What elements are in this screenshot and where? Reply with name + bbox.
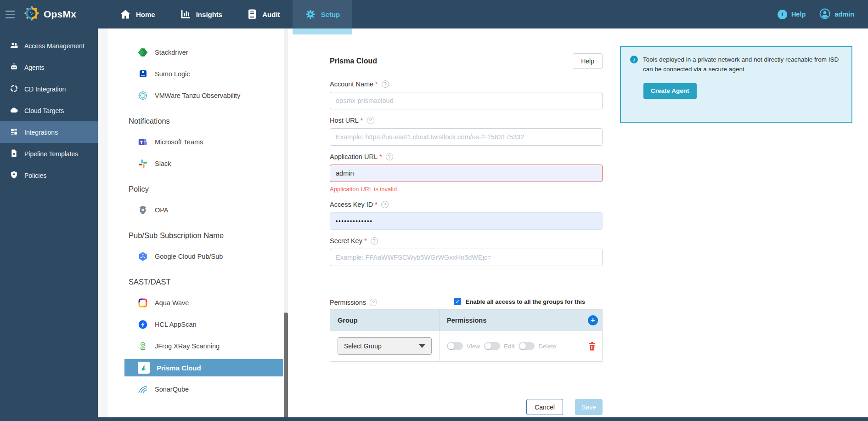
home-icon [120, 9, 131, 20]
secret-key-input[interactable] [330, 249, 603, 266]
required-asterisk: * [375, 201, 378, 208]
required-asterisk: * [361, 117, 363, 124]
integration-label: Stackdriver [155, 49, 188, 56]
panel-scrollbar-thumb[interactable] [284, 313, 288, 419]
opsmx-gear-icon [24, 6, 39, 23]
help-label: Help [791, 11, 806, 18]
cancel-button[interactable]: Cancel [526, 399, 563, 415]
tab-label: Setup [321, 11, 340, 18]
question-icon[interactable]: ? [381, 201, 389, 208]
setup-gear-icon [305, 9, 316, 20]
section-header-notifications: Notifications [98, 111, 289, 131]
create-agent-button[interactable]: Create Agent [643, 83, 697, 99]
tab-label: Audit [262, 11, 280, 18]
tab-home[interactable]: Home [107, 0, 168, 28]
delete-row-trash-icon[interactable] [588, 341, 597, 351]
permissions-table: Group Permissions + Select Group [330, 309, 603, 362]
chevron-down-icon [419, 344, 425, 348]
host-url-input[interactable] [330, 128, 603, 146]
user-label: admin [834, 11, 854, 18]
integration-item-aqua-wave[interactable]: Aqua Wave [124, 292, 283, 313]
sidebar-item-cloud-targets[interactable]: Cloud Targets [0, 100, 98, 121]
tab-insights[interactable]: Insights [168, 0, 235, 28]
sidebar-item-label: Access Management [24, 42, 85, 50]
integration-item-jfrog-xray[interactable]: JFrog XRay Scanning [124, 335, 283, 357]
tab-audit[interactable]: Audit [235, 0, 292, 28]
left-sidebar: Access Management Agents CD Integratio [0, 28, 98, 421]
sidebar-item-label: Cloud Targets [24, 107, 64, 114]
integration-label: Aqua Wave [155, 299, 189, 307]
field-label: Permissions [330, 299, 366, 306]
section-header-pubsub: Pub/Sub Subscription Name [98, 225, 289, 245]
info-icon: i [630, 56, 638, 63]
hamburger-menu-icon[interactable] [0, 0, 20, 28]
integration-item-vmware-tanzu[interactable]: VMWare Tanzu Observability [124, 85, 283, 106]
integration-label: Microsoft Teams [155, 138, 203, 146]
aqua-wave-icon [138, 298, 148, 308]
sidebar-item-policies[interactable]: Policies [0, 165, 98, 186]
permissions-table-row: Select Group View Edit [330, 331, 602, 361]
robot-icon [10, 63, 18, 73]
delete-toggle[interactable] [519, 342, 535, 350]
sidebar-item-access-management[interactable]: Access Management [0, 35, 98, 57]
brand-name: OpsMx [44, 9, 76, 20]
add-permission-button[interactable]: + [588, 315, 598, 325]
page-title: Prisma Cloud [330, 57, 377, 65]
question-icon[interactable]: ? [386, 153, 393, 160]
integrations-grid-icon [10, 127, 18, 137]
integration-item-stackdriver[interactable]: Stackdriver [124, 41, 283, 63]
integration-item-sumo-logic[interactable]: Sumo Logic [124, 63, 283, 85]
delete-toggle-label: Delete [538, 343, 556, 350]
sidebar-item-agents[interactable]: Agents [0, 57, 98, 78]
integration-label: VMWare Tanzu Observability [155, 92, 240, 99]
info-panel-message: Tools deployed in a private network and … [643, 55, 840, 74]
column-header-permissions: Permissions [447, 317, 486, 324]
help-menu[interactable]: i Help [778, 10, 806, 19]
shield-icon [10, 171, 18, 181]
sidebar-item-label: Policies [24, 172, 46, 179]
integration-item-microsoft-teams[interactable]: Microsoft Teams [124, 131, 283, 153]
required-asterisk: * [379, 153, 382, 160]
section-header-policy: Policy [98, 179, 289, 199]
insights-icon [180, 9, 191, 20]
account-name-input[interactable] [330, 92, 603, 109]
integration-item-sonarqube[interactable]: SonarQube [124, 378, 283, 400]
user-menu[interactable]: admin [819, 8, 854, 21]
integration-item-opa[interactable]: OPA [124, 199, 283, 221]
question-icon[interactable]: ? [371, 237, 378, 245]
integration-item-slack[interactable]: Slack [124, 153, 283, 174]
integration-item-hcl-appscan[interactable]: HCL AppScan [124, 313, 283, 335]
sidebar-item-label: Pipeline Templates [24, 150, 78, 158]
opsmx-logo[interactable]: OpsMx [24, 0, 85, 28]
edit-toggle-label: Edit [504, 343, 514, 350]
sidebar-item-integrations[interactable]: Integrations [0, 121, 98, 143]
sidebar-item-label: Integrations [24, 129, 58, 136]
tab-setup[interactable]: Setup [293, 0, 353, 28]
sidebar-item-pipeline-templates[interactable]: Pipeline Templates [0, 143, 98, 165]
required-asterisk: * [375, 80, 378, 88]
question-icon[interactable]: ? [382, 80, 389, 88]
account-name-label-row: Account Name * ? [330, 80, 603, 88]
cd-integration-icon [10, 84, 18, 94]
enable-all-access-checkbox-row[interactable]: ✓ Enable all access to all the groups fo… [454, 298, 585, 305]
secret-key-label-row: Secret Key * ? [330, 237, 603, 245]
access-key-id-input[interactable] [330, 212, 603, 230]
application-url-input[interactable] [330, 165, 603, 182]
permissions-table-header: Group Permissions + [330, 310, 602, 331]
integration-item-prisma-cloud[interactable]: Prisma Cloud [124, 359, 283, 376]
sidebar-item-cd-integration[interactable]: CD Integration [0, 78, 98, 100]
application-url-label-row: Application URL * ? [330, 153, 603, 160]
field-label: Host URL [330, 117, 359, 124]
save-button[interactable]: Save [575, 399, 603, 415]
integration-item-google-pubsub[interactable]: Google Cloud Pub/Sub [124, 245, 283, 267]
sumo-logic-icon [138, 69, 148, 79]
sidebar-item-label: CD Integration [24, 85, 66, 93]
jfrog-xray-icon [138, 341, 148, 351]
edit-toggle[interactable] [484, 342, 500, 350]
question-icon[interactable]: ? [367, 117, 374, 124]
checkbox-checked-icon[interactable]: ✓ [454, 298, 461, 305]
view-toggle[interactable] [447, 342, 463, 350]
form-help-button[interactable]: Help [573, 53, 603, 69]
question-icon[interactable]: ? [370, 299, 377, 306]
group-select-dropdown[interactable]: Select Group [338, 337, 432, 355]
